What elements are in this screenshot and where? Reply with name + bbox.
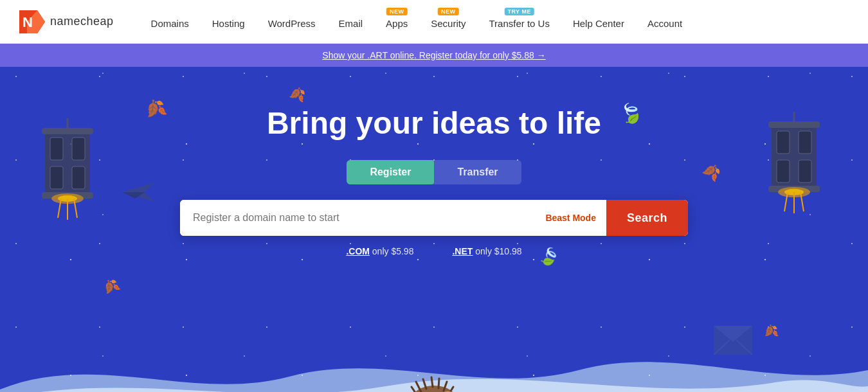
svg-text:N: N: [23, 14, 33, 30]
svg-rect-20: [777, 131, 790, 154]
svg-rect-21: [799, 131, 811, 154]
leaf-7: 🍂: [763, 323, 779, 339]
nav-item-help[interactable]: Help Center: [561, 9, 636, 34]
com-tld[interactable]: .COM: [346, 246, 370, 256]
price-hints: .COM only $5.98 .NET only $10.98: [346, 246, 521, 256]
promo-link[interactable]: Show your .ART online. Register today fo…: [322, 50, 545, 60]
svg-rect-7: [50, 138, 63, 160]
svg-rect-4: [42, 128, 93, 134]
search-button[interactable]: Search: [606, 200, 688, 236]
svg-rect-17: [768, 121, 820, 128]
envelope-decoration: [714, 326, 752, 357]
svg-rect-8: [72, 138, 85, 160]
nav-item-account[interactable]: Account: [636, 9, 694, 34]
hero-section: 🍂 🍂 🍃 🍂 🍂 🍃 🍂: [0, 67, 868, 392]
tab-transfer[interactable]: Transfer: [434, 160, 521, 184]
beast-mode-button[interactable]: Beast Mode: [535, 200, 606, 236]
leaf-5: 🍂: [100, 276, 122, 297]
paper-plane: [122, 183, 154, 204]
nav-item-wordpress[interactable]: WordPress: [257, 9, 327, 34]
logo-text: namecheap: [50, 15, 114, 28]
search-bar: Beast Mode Search: [180, 200, 688, 236]
domain-search-input[interactable]: [180, 200, 535, 236]
navbar: N namecheap Domains Hosting WordPress Em…: [0, 0, 868, 44]
net-price: .NET only $10.98: [452, 246, 521, 256]
leaf-1: 🍂: [142, 96, 168, 121]
lantern-left: [32, 118, 103, 224]
lantern-right: [759, 112, 829, 217]
apps-badge: NEW: [386, 8, 408, 15]
nav-item-security[interactable]: NEW Security: [419, 9, 477, 34]
net-price-text: only $10.98: [475, 246, 521, 256]
logo-icon: N: [19, 10, 45, 33]
leaf-6: 🍃: [536, 244, 563, 269]
nav-item-transfer[interactable]: TRY ME Transfer to Us: [477, 9, 561, 34]
promo-banner: Show your .ART online. Register today fo…: [0, 44, 868, 67]
transfer-badge: TRY ME: [504, 8, 534, 15]
com-price: .COM only $5.98: [346, 246, 413, 256]
leaf-4: 🍂: [700, 161, 723, 183]
svg-rect-10: [72, 166, 85, 189]
net-tld[interactable]: .NET: [452, 246, 473, 256]
security-badge: NEW: [438, 8, 459, 15]
logo-link[interactable]: N namecheap: [19, 10, 114, 33]
hero-title: Bring your ideas to life: [267, 105, 601, 141]
hedgehog-mascot: [402, 368, 466, 392]
hero-tabs: Register Transfer: [347, 160, 521, 184]
nav-items: Domains Hosting WordPress Email NEW Apps…: [140, 9, 849, 34]
svg-line-39: [431, 377, 433, 387]
svg-rect-23: [799, 160, 811, 183]
nav-item-domains[interactable]: Domains: [140, 9, 201, 34]
com-price-text: only $5.98: [372, 246, 414, 256]
nav-item-email[interactable]: Email: [327, 9, 375, 34]
svg-rect-9: [50, 166, 63, 189]
svg-rect-22: [777, 160, 790, 183]
svg-line-40: [439, 379, 439, 388]
nav-item-hosting[interactable]: Hosting: [201, 9, 257, 34]
leaf-3: 🍃: [617, 100, 646, 127]
leaf-2: 🍂: [288, 85, 307, 103]
tab-register[interactable]: Register: [347, 160, 434, 184]
nav-item-apps[interactable]: NEW Apps: [374, 9, 419, 34]
